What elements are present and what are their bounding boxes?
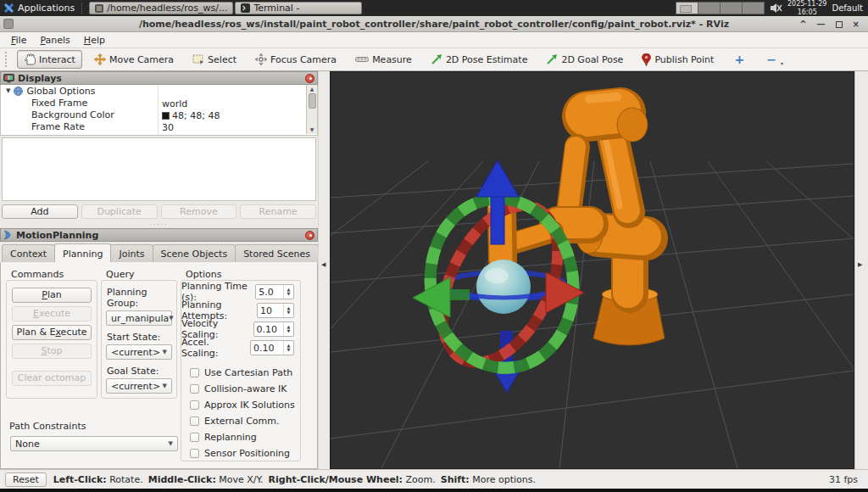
taskbar-window-rviz[interactable]: /home/headless/ros_ws/... bbox=[89, 2, 233, 14]
sensor-positioning-checkbox[interactable] bbox=[190, 449, 199, 458]
tab-scene-objects[interactable]: Scene Objects bbox=[153, 244, 236, 262]
planning-group-dropdown[interactable]: ur_manipula▼ bbox=[106, 310, 172, 326]
plan-button[interactable]: Plan bbox=[12, 288, 92, 303]
motionplanning-close-button[interactable] bbox=[305, 231, 314, 240]
panel-splitter-handle[interactable]: ····· bbox=[0, 221, 318, 228]
plan-and-execute-button[interactable]: Plan & Execute bbox=[12, 325, 92, 340]
rename-display-button[interactable]: Rename bbox=[240, 204, 316, 219]
shade-button[interactable]: ^ bbox=[799, 17, 806, 31]
spinner-arrows-icon[interactable]: ▲▼ bbox=[283, 285, 293, 299]
toolbar-handle[interactable] bbox=[5, 52, 10, 67]
measure-ruler-icon bbox=[355, 55, 369, 64]
scroll-up-icon[interactable]: ▲ bbox=[310, 85, 314, 93]
use-cartesian-path-row: Use Cartesian Path bbox=[190, 367, 300, 378]
spinner-arrows-icon[interactable]: ▲▼ bbox=[283, 304, 293, 317]
displays-panel-header[interactable]: Displays bbox=[0, 71, 318, 85]
tree-column-divider bbox=[158, 85, 159, 135]
maximize-button[interactable] bbox=[836, 21, 843, 28]
tool-focus-camera[interactable]: Focus Camera bbox=[248, 50, 343, 69]
add-display-button[interactable]: Add bbox=[2, 204, 78, 219]
scrollbar-thumb[interactable] bbox=[309, 93, 316, 109]
collapse-left-panel-icon[interactable]: ◀ bbox=[321, 261, 326, 268]
collapse-triangle-icon[interactable]: ▼ bbox=[6, 87, 10, 94]
remove-tool-button[interactable]: −▾ bbox=[758, 53, 785, 66]
goal-state-dropdown[interactable]: <current>▼ bbox=[106, 378, 172, 394]
tree-row-global-options[interactable]: ▼ Global Options bbox=[1, 85, 317, 97]
tab-stored-scenes[interactable]: Stored Scenes bbox=[235, 244, 319, 262]
motionplanning-panel-title: MotionPlanning bbox=[16, 230, 98, 241]
scene-canvas[interactable] bbox=[331, 72, 854, 468]
menu-help[interactable]: Help bbox=[78, 33, 111, 48]
tool-select[interactable]: Select bbox=[186, 51, 243, 69]
external-comm-checkbox[interactable] bbox=[190, 417, 199, 426]
motionplanning-panel-header[interactable]: MotionPlanning bbox=[0, 228, 318, 242]
replanning-checkbox[interactable] bbox=[190, 433, 199, 442]
tree-scrollbar[interactable]: ▲ ▼ bbox=[306, 85, 317, 134]
fixed-frame-value[interactable]: world bbox=[162, 98, 187, 109]
approx-ik-solutions-checkbox[interactable] bbox=[190, 400, 199, 410]
tool-interact[interactable]: Interact bbox=[17, 50, 82, 69]
displays-close-button[interactable] bbox=[305, 74, 314, 83]
tool-measure[interactable]: Measure bbox=[348, 51, 419, 69]
displays-list-empty-area[interactable] bbox=[2, 137, 316, 201]
publish-point-pin-icon bbox=[642, 53, 651, 66]
background-color-value[interactable]: 48; 48; 48 bbox=[162, 110, 220, 121]
taskbar-window-terminal[interactable]: Terminal - bbox=[235, 2, 362, 14]
tab-context[interactable]: Context bbox=[2, 244, 55, 262]
menu-file[interactable]: File bbox=[5, 33, 32, 48]
menu-panels[interactable]: Panels bbox=[34, 33, 75, 48]
marker-center-sphere[interactable] bbox=[476, 260, 531, 314]
spinner-arrows-icon[interactable]: ▲▼ bbox=[283, 341, 293, 355]
motionplanning-icon bbox=[3, 230, 13, 240]
tab-joints[interactable]: Joints bbox=[110, 244, 153, 262]
panel-viewport-splitter[interactable]: ◀ bbox=[318, 71, 330, 469]
tool-2d-goal-pose[interactable]: 2D Goal Pose bbox=[539, 50, 630, 69]
close-button[interactable]: × bbox=[853, 17, 860, 31]
color-swatch bbox=[162, 112, 170, 120]
planning-time-spinbox[interactable]: 5.0▲▼ bbox=[255, 284, 294, 299]
menubar: File Panels Help bbox=[0, 32, 868, 48]
path-constraints-dropdown[interactable]: None▼ bbox=[10, 436, 178, 451]
clock[interactable]: 2025-11-29 16:05 bbox=[787, 0, 827, 16]
expand-right-panel-icon[interactable]: ▶ bbox=[858, 261, 862, 268]
right-panel-strip[interactable]: ▶ bbox=[854, 71, 868, 469]
audio-muted-icon[interactable] bbox=[770, 3, 782, 14]
applications-menu[interactable]: Applications bbox=[0, 0, 81, 16]
workspace-4[interactable] bbox=[742, 2, 765, 14]
use-cartesian-path-checkbox[interactable] bbox=[190, 368, 199, 377]
collision-aware-ik-checkbox[interactable] bbox=[190, 384, 199, 394]
motionplanning-tabbar: Context Planning Joints Scene Objects St… bbox=[0, 242, 318, 262]
execute-button[interactable]: Execute bbox=[12, 306, 92, 321]
tree-row-background-color[interactable]: Background Color 48; 48; 48 bbox=[1, 109, 317, 120]
tool-move-camera[interactable]: Move Camera bbox=[87, 50, 181, 69]
duplicate-display-button[interactable]: Duplicate bbox=[81, 204, 158, 219]
tool-2d-pose-estimate[interactable]: 2D Pose Estimate bbox=[424, 50, 535, 69]
planning-attempts-spinbox[interactable]: 10▲▼ bbox=[257, 303, 294, 318]
tree-row-frame-rate[interactable]: Frame Rate 30 bbox=[1, 120, 317, 132]
workspace-1[interactable] bbox=[676, 2, 698, 14]
scroll-down-icon[interactable]: ▼ bbox=[310, 126, 314, 134]
tab-planning[interactable]: Planning bbox=[54, 243, 111, 262]
tree-label: Global Options bbox=[26, 86, 95, 97]
reset-button[interactable]: Reset bbox=[5, 472, 47, 487]
clock-date: 2025-11-29 bbox=[787, 0, 827, 8]
rviz-titlebar[interactable]: /home/headless/ros_ws/install/paint_robo… bbox=[0, 16, 868, 32]
start-state-dropdown[interactable]: <current>▼ bbox=[106, 344, 172, 360]
accel-scaling-spinbox[interactable]: 0.10▲▼ bbox=[250, 340, 294, 355]
marker-y-arrow[interactable] bbox=[413, 277, 470, 317]
spinner-arrows-icon[interactable]: ▲▼ bbox=[283, 322, 293, 336]
velocity-scaling-spinbox[interactable]: 0.10▲▼ bbox=[253, 321, 294, 337]
tree-label: Fixed Frame bbox=[1, 98, 87, 109]
tree-row-fixed-frame[interactable]: Fixed Frame world bbox=[1, 97, 317, 109]
tool-move-camera-label: Move Camera bbox=[109, 54, 174, 65]
stop-button[interactable]: Stop bbox=[12, 344, 92, 359]
clear-octomap-button[interactable]: Clear octomap bbox=[12, 371, 92, 386]
remove-display-button[interactable]: Remove bbox=[161, 204, 237, 219]
workspace-2[interactable] bbox=[698, 2, 721, 14]
workspace-3[interactable] bbox=[720, 2, 743, 14]
frame-rate-value[interactable]: 30 bbox=[162, 122, 174, 133]
minimize-button[interactable]: — bbox=[817, 17, 826, 31]
render-viewport-3d[interactable] bbox=[330, 71, 854, 469]
tool-publish-point[interactable]: Publish Point bbox=[635, 50, 721, 70]
add-tool-button[interactable]: + bbox=[726, 53, 753, 66]
